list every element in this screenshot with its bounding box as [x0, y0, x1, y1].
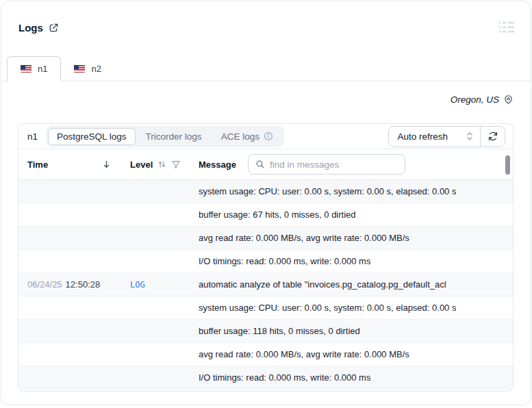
tab-n2[interactable]: n2	[61, 56, 114, 81]
cell-message: I/O timings: read: 0.000 ms, write: 0.00…	[199, 256, 513, 266]
log-message: buffer usage: 67 hits, 0 misses, 0 dirti…	[199, 209, 356, 220]
auto-refresh-label: Auto refresh	[397, 131, 448, 142]
log-row[interactable]: buffer usage: 67 hits, 0 misses, 0 dirti…	[18, 203, 513, 227]
cell-message: system usage: CPU: user: 0.00 s, system:…	[199, 303, 513, 313]
log-row[interactable]: avg read rate: 0.000 MB/s, avg write rat…	[18, 343, 513, 366]
log-row[interactable]: system usage: CPU: user: 0.00 s, system:…	[18, 180, 513, 203]
node-label: n1	[27, 131, 38, 142]
page-title: Logs	[18, 22, 43, 34]
us-flag-icon	[21, 65, 31, 73]
source-label: ACE logs	[221, 131, 259, 142]
log-row[interactable]: I/O timings: read: 0.000 ms, write: 0.00…	[18, 250, 513, 273]
location-pin-icon	[503, 94, 514, 105]
source-label: PostgreSQL logs	[57, 131, 127, 142]
sort-updown-icon[interactable]	[157, 160, 166, 169]
column-label: Message	[199, 160, 236, 170]
vertical-scrollbar[interactable]	[505, 154, 510, 388]
log-message: buffer usage: 118 hits, 0 misses, 0 dirt…	[199, 326, 360, 336]
cell-message: system usage: CPU: user: 0.00 s, system:…	[199, 186, 513, 196]
source-postgresql-logs[interactable]: PostgreSQL logs	[48, 128, 136, 145]
tab-n1[interactable]: n1	[7, 56, 61, 81]
chevron-updown-icon	[466, 131, 474, 141]
message-search	[248, 154, 405, 175]
sort-desc-icon[interactable]	[102, 160, 111, 169]
log-time: 12:50:28	[66, 279, 101, 290]
info-icon	[264, 131, 273, 141]
log-message: I/O timings: read: 0.000 ms, write: 0.00…	[199, 372, 370, 383]
source-tricorder-logs[interactable]: Tricorder logs	[137, 128, 211, 145]
node-tabs: n1 n2	[1, 56, 531, 81]
source-ace-logs[interactable]: ACE logs	[212, 128, 282, 145]
cell-message: buffer usage: 118 hits, 0 misses, 0 dirt…	[199, 326, 513, 336]
region-label: Oregon, US	[451, 94, 499, 105]
log-message: avg read rate: 0.000 MB/s, avg write rat…	[199, 349, 409, 359]
log-source-switcher: PostgreSQL logs Tricorder logs ACE logs	[46, 126, 284, 147]
column-header-level[interactable]: Level	[130, 160, 199, 170]
region-indicator: Oregon, US	[451, 94, 514, 105]
log-row[interactable]: I/O timings: read: 0.000 ms, write: 0.00…	[18, 366, 513, 390]
log-message: system usage: CPU: user: 0.00 s, system:…	[199, 186, 456, 196]
log-message: automatic analyze of table "invoices.pg_…	[199, 279, 446, 290]
panel-menu-icon[interactable]	[499, 21, 514, 34]
column-label: Level	[130, 160, 153, 170]
source-label: Tricorder logs	[146, 131, 202, 142]
us-flag-icon	[74, 65, 85, 73]
logs-panel: n1 PostgreSQL logs Tricorder logs ACE lo…	[18, 123, 514, 392]
log-row[interactable]: buffer usage: 118 hits, 0 misses, 0 dirt…	[18, 320, 513, 343]
column-header-time[interactable]: Time	[27, 160, 130, 170]
refresh-icon	[487, 131, 498, 142]
log-message: I/O timings: read: 0.000 ms, write: 0.00…	[199, 256, 370, 266]
refresh-button[interactable]	[480, 127, 505, 146]
filter-icon[interactable]	[171, 160, 181, 169]
auto-refresh-select[interactable]: Auto refresh	[389, 127, 480, 146]
cell-message: avg read rate: 0.000 MB/s, avg write rat…	[199, 349, 513, 359]
cell-level: LOG	[130, 280, 199, 290]
cell-message: avg read rate: 0.000 MB/s, avg write rat…	[199, 233, 513, 243]
search-input[interactable]	[270, 160, 398, 170]
external-link-icon[interactable]	[49, 23, 59, 33]
cell-message: automatic analyze of table "invoices.pg_…	[199, 279, 513, 290]
log-level-badge: LOG	[130, 280, 145, 290]
log-row[interactable]: 06/24/25 12:50:28 LOG automatic analyze …	[18, 273, 513, 296]
log-table-header: Time Level	[18, 149, 513, 180]
column-label: Time	[27, 160, 48, 170]
log-row[interactable]: avg read rate: 0.000 MB/s, avg write rat…	[18, 227, 513, 250]
refresh-controls: Auto refresh	[388, 126, 505, 147]
logs-card: Logs n1 n2 Oregon, US	[1, 1, 531, 405]
column-header-message: Message	[199, 154, 513, 175]
search-icon	[255, 160, 265, 169]
log-date: 06/24/25	[27, 279, 62, 290]
log-row[interactable]: system usage: CPU: user: 0.00 s, system:…	[18, 296, 513, 320]
cell-message: buffer usage: 67 hits, 0 misses, 0 dirti…	[199, 209, 513, 220]
cell-message: I/O timings: read: 0.000 ms, write: 0.00…	[199, 372, 513, 383]
logs-toolbar: n1 PostgreSQL logs Tricorder logs ACE lo…	[18, 124, 513, 149]
page-title-row: Logs	[18, 22, 59, 34]
tab-label: n1	[38, 64, 47, 74]
log-message: system usage: CPU: user: 0.00 s, system:…	[199, 303, 456, 313]
log-message: avg read rate: 0.000 MB/s, avg write rat…	[199, 233, 409, 243]
cell-time: 06/24/25 12:50:28	[27, 279, 130, 290]
tab-label: n2	[91, 64, 101, 74]
log-table-body: system usage: CPU: user: 0.00 s, system:…	[18, 180, 513, 390]
scrollbar-thumb[interactable]	[505, 155, 510, 175]
